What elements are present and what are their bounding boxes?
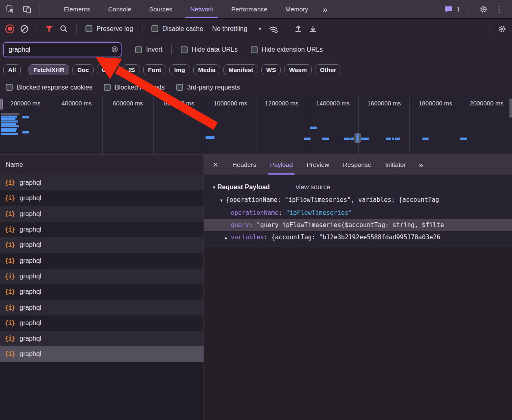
timeline-request-bar [1,116,17,118]
inspect-cursor-icon [5,4,15,14]
view-source-link[interactable]: view source [296,184,330,191]
hide-extension-urls-option[interactable]: Hide extension URLs [251,46,323,53]
import-har-button[interactable] [291,22,306,36]
network-conditions-button[interactable] [266,22,281,36]
payload-summary-text: {operationName: "ipFlowTimeseries", vari… [226,196,439,203]
tab-elements[interactable]: Elements [55,0,99,18]
tab-memory[interactable]: Memory [276,0,317,18]
request-row[interactable]: {i}graphql [0,206,203,222]
close-detail-button[interactable]: × [204,160,225,170]
payload-query-line-selected[interactable]: query: "query ipFlowTimeseries($accountT… [204,219,512,231]
chip-img[interactable]: Img [169,64,190,75]
payload-variables-line[interactable]: ▶variables: {accountTag: "b12e3b2192ee55… [204,231,512,244]
third-party-requests-checkbox[interactable] [176,84,183,91]
disable-cache-option[interactable]: Disable cache [151,25,203,33]
detail-tab-initiator[interactable]: Initiator [378,155,413,175]
request-row[interactable]: {i}graphql [0,315,203,331]
divider [142,24,142,34]
timeline-request-bar [1,118,15,120]
blocked-requests-checkbox[interactable] [104,84,111,91]
chip-doc[interactable]: Doc [72,64,94,75]
detail-tab-response[interactable]: Response [336,155,379,175]
record-network-log-button[interactable] [2,22,17,36]
request-row[interactable]: {i}graphql [0,237,203,253]
expand-triangle-icon[interactable]: ▼ [220,198,223,203]
detail-tab-headers[interactable]: Headers [225,155,263,175]
third-party-requests-label: 3rd-party requests [187,84,240,91]
request-row[interactable]: {i}graphql [0,222,203,237]
request-row-selected[interactable]: {i}graphql [0,346,203,362]
blocked-response-cookies-checkbox[interactable] [6,84,13,91]
payload-summary-line[interactable]: ▼{operationName: "ipFlowTimeseries", var… [204,194,512,207]
search-network-button[interactable] [57,22,71,36]
tab-console[interactable]: Console [99,0,140,18]
network-settings-button[interactable] [495,22,510,36]
chip-wasm[interactable]: Wasm [284,64,312,75]
filter-toggle-button[interactable] [42,22,57,36]
collapsed-triangle-icon[interactable]: ▶ [225,236,228,240]
hide-data-urls-option[interactable]: Hide data URLs [181,46,238,53]
chip-all[interactable]: All [3,64,21,75]
request-row[interactable]: {i}graphql [0,253,203,268]
customize-devtools-button[interactable]: ⋮ [490,4,508,14]
chip-font[interactable]: Font [143,64,166,75]
expand-triangle-icon[interactable]: ▼ [212,185,216,190]
payload-variables-value: {accountTag: "b12e3b2192ee5588fdad995178… [271,234,440,241]
clear-filter-icon[interactable]: ⊗ [111,45,118,54]
third-party-requests-option[interactable]: 3rd-party requests [176,84,240,91]
request-row[interactable]: {i}graphql [0,269,203,284]
more-tabs-button[interactable]: » [317,4,334,14]
network-overview-timeline[interactable]: 200000 ms 400000 ms 600000 ms 800000 ms … [0,96,512,155]
gear-icon [498,24,507,33]
detail-tab-preview[interactable]: Preview [300,155,336,175]
more-detail-tabs-button[interactable]: » [413,160,429,170]
clear-network-log-button[interactable] [17,22,32,36]
request-row[interactable]: {i}graphql [0,331,203,346]
detail-tab-payload[interactable]: Payload [263,155,300,175]
hide-extension-urls-checkbox[interactable] [251,46,258,53]
preserve-log-option[interactable]: Preserve log [85,25,133,33]
filter-input[interactable] [3,42,121,57]
tab-performance[interactable]: Performance [222,0,276,18]
chip-media[interactable]: Media [193,64,221,75]
chip-ws[interactable]: WS [261,64,281,75]
preserve-log-checkbox[interactable] [85,25,92,32]
request-row[interactable]: {i}graphql [0,190,203,206]
request-payload-header[interactable]: ▼ Request Payload view source [204,181,512,194]
hide-data-urls-checkbox[interactable] [181,46,188,53]
request-row[interactable]: {i}graphql [0,284,203,300]
timeline-request-bar [206,136,214,139]
timeline-scroll-handle-left[interactable] [0,98,3,110]
settings-button[interactable] [477,2,490,16]
invert-checkbox[interactable] [135,46,142,53]
request-row[interactable]: {i}graphql [0,300,203,315]
chip-js[interactable]: JS [123,64,140,75]
payload-string-value: "ipFlowTimeseries" [286,209,352,217]
request-name: graphql [20,257,41,265]
blocked-requests-option[interactable]: Blocked requests [104,84,165,91]
chip-css[interactable]: CSS [97,64,119,75]
chip-fetch-xhr[interactable]: Fetch/XHR [28,64,69,75]
chip-other[interactable]: Other [315,64,341,75]
toggle-device-toolbar-button[interactable] [20,2,34,16]
blocked-response-cookies-option[interactable]: Blocked response cookies [6,84,92,91]
request-name: graphql [20,304,41,311]
export-har-button[interactable] [306,22,320,36]
payload-operation-line[interactable]: operationName: "ipFlowTimeseries" [204,207,512,219]
timeline-request-bar [22,116,29,118]
throttling-select[interactable]: No throttling ▼ [212,25,262,33]
payload-key: operationName [231,209,278,217]
issues-counter[interactable]: 1 [441,5,463,14]
chevron-down-icon: ▼ [258,26,263,31]
name-column-header[interactable]: Name [0,155,203,175]
tab-network[interactable]: Network [181,0,222,18]
disable-cache-checkbox[interactable] [151,25,158,32]
inspect-element-button[interactable] [3,2,17,16]
tab-sources[interactable]: Sources [140,0,182,18]
chip-manifest[interactable]: Manifest [223,64,258,75]
timeline-request-bar [422,138,429,140]
fetch-json-icon: {i} [5,288,15,295]
invert-option[interactable]: Invert [135,46,162,53]
request-row[interactable]: {i}graphql [0,175,203,190]
timeline-scrollbar[interactable] [509,99,512,118]
